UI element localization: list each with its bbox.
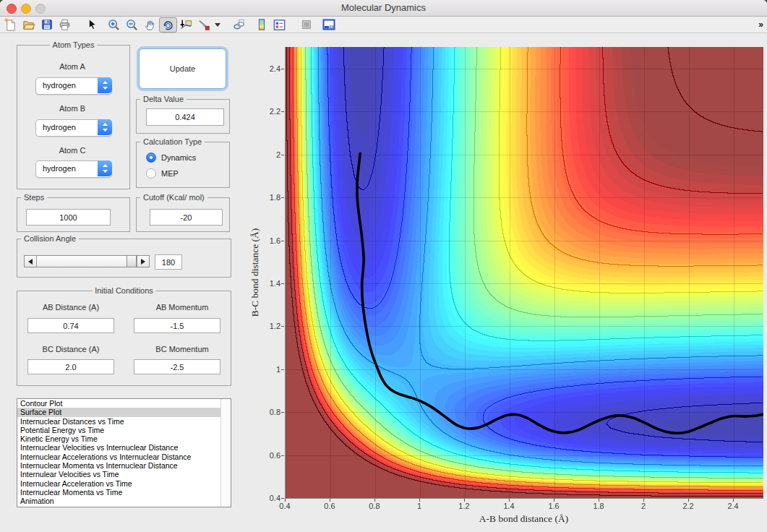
brush-menu-caret-icon[interactable] xyxy=(213,17,221,33)
y-tick-mark xyxy=(281,241,284,241)
link-plot-icon[interactable] xyxy=(230,17,248,33)
list-item[interactable]: Internuclear Acceleration vs Time xyxy=(17,479,231,488)
save-figure-icon[interactable] xyxy=(38,17,56,33)
ab-distance-label: AB Distance (A) xyxy=(35,303,107,312)
y-tick-mark xyxy=(281,326,284,327)
open-file-icon[interactable] xyxy=(20,17,38,33)
radio-icon[interactable] xyxy=(146,168,156,179)
plot-type-listbox[interactable]: Contour PlotSurface PlotInternuclear Dis… xyxy=(17,398,231,507)
x-tick-mark xyxy=(419,499,420,502)
slider-thumb[interactable] xyxy=(127,256,137,267)
x-tick-mark xyxy=(330,499,330,502)
x-tick-label: 1.4 xyxy=(497,502,521,510)
panel-title: Collision Angle xyxy=(21,234,79,243)
list-item[interactable]: Animation xyxy=(17,497,231,505)
list-item[interactable]: Internuclear Momenta vs Internuclear Dis… xyxy=(17,461,231,470)
collision-angle-slider[interactable] xyxy=(24,255,150,267)
ab-distance-field[interactable] xyxy=(27,318,114,333)
atom-b-label: Atom B xyxy=(43,104,101,113)
update-button[interactable]: Update xyxy=(139,48,226,89)
edit-plot-pointer-icon[interactable] xyxy=(82,17,100,33)
y-tick-label: 2.4 xyxy=(256,64,280,73)
x-tick-mark xyxy=(374,499,375,502)
slider-right-arrow[interactable] xyxy=(137,256,149,267)
x-tick-label: 2.4 xyxy=(721,502,745,510)
bc-momentum-label: BC Momentum xyxy=(146,345,218,353)
x-tick-mark xyxy=(643,499,644,502)
y-tick-mark xyxy=(281,69,284,69)
panel-title: Atom Types xyxy=(50,40,98,49)
bc-distance-field[interactable] xyxy=(27,359,114,374)
list-item[interactable]: Potential Energy vs Time xyxy=(17,426,231,434)
x-tick-label: 0.8 xyxy=(362,502,387,510)
x-tick-label: 1.6 xyxy=(541,502,566,510)
atom-b-popup[interactable]: hydrogen xyxy=(35,119,112,137)
y-tick-mark xyxy=(281,455,284,456)
popup-chevrons-icon xyxy=(98,119,112,135)
x-tick-mark xyxy=(599,499,599,502)
x-tick-mark xyxy=(509,499,510,502)
x-tick-mark xyxy=(464,499,465,502)
list-item[interactable]: Internulear Velocities vs Time xyxy=(17,470,231,479)
slider-left-arrow[interactable] xyxy=(25,256,37,267)
bc-momentum-field[interactable] xyxy=(134,359,220,374)
molecular-dynamics-window: Molecular Dynamics » Atom Types Atom A h… xyxy=(0,0,767,532)
y-tick-label: 2.2 xyxy=(256,107,280,116)
delta-value-field[interactable] xyxy=(146,108,224,126)
list-item[interactable]: Internuclear Velocities vs Internuclear … xyxy=(17,443,231,452)
steps-field[interactable] xyxy=(26,209,111,226)
x-tick-mark xyxy=(688,499,689,502)
print-figure-icon[interactable] xyxy=(56,17,74,33)
atom-a-label: Atom A xyxy=(43,62,101,71)
brush-data-icon[interactable] xyxy=(195,17,213,33)
toolbar-overflow-icon[interactable]: » xyxy=(758,20,763,30)
radio-icon[interactable] xyxy=(146,153,156,163)
y-tick-label: 1.2 xyxy=(256,322,280,330)
listbox-scrollbar[interactable] xyxy=(220,399,231,507)
y-tick-mark xyxy=(281,111,284,112)
zoom-out-icon[interactable] xyxy=(123,17,141,33)
collision-angle-field[interactable] xyxy=(155,254,182,270)
title-bar: Molecular Dynamics xyxy=(0,0,767,17)
list-item[interactable]: Internuclear Momenta vs Time xyxy=(17,488,231,497)
pan-hand-icon[interactable] xyxy=(141,17,159,33)
y-tick-label: 1 xyxy=(256,365,280,374)
new-figure-icon[interactable] xyxy=(1,17,20,33)
x-tick-label: 1 xyxy=(407,502,432,510)
y-tick-mark xyxy=(281,369,284,370)
insert-colorbar-icon[interactable] xyxy=(252,17,270,33)
x-tick-label: 2.2 xyxy=(676,502,700,510)
y-tick-mark xyxy=(281,197,284,198)
radio-label: Dynamics xyxy=(161,153,196,162)
calculation-type-panel: Calculation Type xyxy=(136,142,230,188)
zoom-in-icon[interactable] xyxy=(105,17,123,33)
dynamics-radio[interactable]: Dynamics xyxy=(146,153,196,163)
panel-title: Initial Conditions xyxy=(92,286,156,295)
cutoff-field[interactable] xyxy=(150,209,223,226)
popup-chevrons-icon xyxy=(98,160,112,176)
figure-toolbar: » xyxy=(0,17,767,33)
ab-momentum-label: AB Momentum xyxy=(146,303,218,312)
list-item[interactable]: Surface Plot xyxy=(17,408,231,416)
radio-label: MEP xyxy=(161,169,179,178)
right-arrow-icon xyxy=(141,259,145,265)
show-plot-tools-icon[interactable] xyxy=(320,17,338,33)
potential-surface-contour-plot[interactable] xyxy=(285,47,763,499)
list-item[interactable]: Internuclear Distances vs Time xyxy=(17,417,231,426)
list-item[interactable]: Kinetic Energy vs Time xyxy=(17,434,231,443)
data-cursor-icon[interactable] xyxy=(177,17,195,33)
list-item[interactable]: Contour Plot xyxy=(17,399,231,408)
mep-radio[interactable]: MEP xyxy=(146,168,179,179)
atom-c-popup[interactable]: hydrogen xyxy=(35,160,112,178)
hide-plot-tools-icon[interactable] xyxy=(297,17,315,33)
y-tick-label: 0.6 xyxy=(256,451,280,460)
atom-a-popup[interactable]: hydrogen xyxy=(35,77,112,95)
panel-title: Steps xyxy=(21,193,47,202)
ab-momentum-field[interactable] xyxy=(134,318,220,333)
rotate-3d-icon[interactable] xyxy=(159,17,177,33)
insert-legend-icon[interactable] xyxy=(270,17,288,33)
x-tick-label: 1.2 xyxy=(452,502,476,510)
list-item[interactable]: Internuclear Accelerations vs Internucle… xyxy=(17,452,231,461)
bc-distance-label: BC Distance (A) xyxy=(35,345,107,353)
panel-title: Delta Value xyxy=(140,95,187,103)
